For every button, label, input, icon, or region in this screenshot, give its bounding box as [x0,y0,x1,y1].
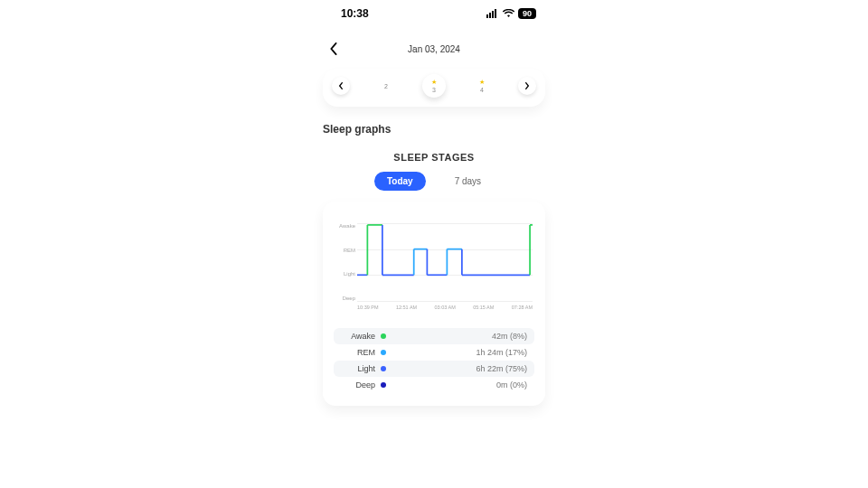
legend-value: 0m (0%) [392,380,527,389]
svg-rect-2 [492,11,494,18]
svg-rect-0 [486,14,488,18]
day-number: 3 [432,87,436,93]
legend-row-awake: Awake 42m (8%) [334,328,534,344]
legend-label: Awake [341,332,381,341]
next-day-button[interactable] [518,77,536,95]
x-label: 05:15 AM [473,305,494,310]
date-title: Jan 03, 2024 [343,44,525,54]
battery-indicator: 90 [518,8,536,19]
legend-dot-rem [381,350,386,355]
day-cell-4[interactable]: ★ 4 [470,79,494,93]
status-indicators: 90 [486,8,536,19]
star-icon: ★ [479,79,485,85]
legend-value: 42m (8%) [392,332,527,341]
legend: Awake 42m (8%) REM 1h 24m (17%) Light 6h… [334,328,534,393]
graph-title: SLEEP STAGES [312,152,556,163]
chart-card: Awake REM Light Deep 10:39 PM 12:51 AM 0… [323,202,545,406]
tab-7days[interactable]: 7 days [442,172,494,191]
status-bar: 10:38 90 [312,0,556,20]
chevron-right-icon [524,82,531,89]
svg-rect-1 [489,13,491,18]
star-icon: ★ [431,79,437,85]
x-label: 10:39 PM [357,305,379,310]
y-label-light: Light [332,271,355,277]
legend-row-rem: REM 1h 24m (17%) [334,344,534,361]
day-number: 2 [384,83,388,89]
legend-dot-light [381,366,386,371]
day-cell-2[interactable]: 2 [374,83,398,89]
phone-frame: 10:38 90 Jan 03, 2024 [312,0,556,488]
day-cell-3[interactable]: ★ 3 [422,74,446,98]
legend-dot-deep [381,382,386,388]
chart-area: Awake REM Light Deep [357,223,533,301]
range-tabs: Today 7 days [312,172,556,191]
legend-label: REM [341,348,381,357]
x-label: 03:03 AM [435,305,456,310]
legend-dot-awake [381,333,386,339]
y-label-awake: Awake [332,223,355,229]
x-axis-labels: 10:39 PM 12:51 AM 03:03 AM 05:15 AM 07:2… [357,305,533,310]
legend-value: 1h 24m (17%) [392,348,527,357]
y-axis-labels: Awake REM Light Deep [332,223,355,301]
x-label: 12:51 AM [396,305,417,310]
chevron-left-icon [327,42,340,55]
status-time: 10:38 [341,7,369,20]
legend-row-deep: Deep 0m (0%) [334,377,534,393]
day-strip-card: 2 ★ 3 ★ 4 [323,69,545,107]
sleep-stage-chart [357,223,533,301]
tab-today[interactable]: Today [374,172,426,191]
legend-value: 6h 22m (75%) [392,364,527,373]
y-label-deep: Deep [332,296,355,301]
chevron-left-icon [337,82,344,89]
top-nav: Jan 03, 2024 [312,20,556,61]
section-title: Sleep graphs [312,107,556,136]
cellular-icon [486,9,499,18]
back-button[interactable] [325,40,343,58]
svg-rect-3 [495,9,496,18]
wifi-icon [503,9,514,18]
legend-row-light: Light 6h 22m (75%) [334,361,534,377]
y-label-rem: REM [332,248,355,253]
day-number: 4 [480,87,484,93]
legend-label: Deep [341,380,381,389]
prev-day-button[interactable] [332,77,350,95]
x-label: 07:28 AM [512,305,533,310]
legend-label: Light [341,364,381,373]
